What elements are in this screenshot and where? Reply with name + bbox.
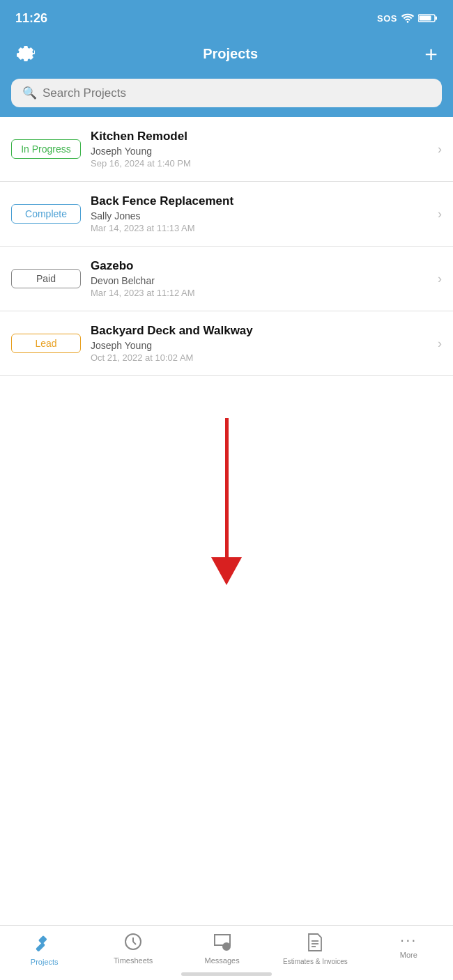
project-info: Backyard Deck and Walkway Joseph Young O… <box>91 324 428 363</box>
document-svg <box>307 933 323 952</box>
search-input[interactable] <box>43 86 431 100</box>
red-arrow <box>211 418 242 585</box>
project-item[interactable]: Lead Backyard Deck and Walkway Joseph Yo… <box>0 311 453 376</box>
tab-messages-label: Messages <box>205 956 240 965</box>
project-title: Kitchen Remodel <box>91 130 428 143</box>
page-title: Projects <box>203 46 258 62</box>
clock-icon <box>124 933 142 954</box>
tab-projects-label: Projects <box>31 958 59 966</box>
project-person: Joseph Young <box>91 340 428 351</box>
gear-icon <box>15 42 36 63</box>
wifi-icon <box>401 13 414 23</box>
project-title: Gazebo <box>91 259 428 273</box>
project-item[interactable]: Complete Back Fence Replacement Sally Jo… <box>0 182 453 247</box>
project-info: Back Fence Replacement Sally Jones Mar 1… <box>91 194 428 233</box>
message-svg: ··· <box>213 933 232 951</box>
battery-icon <box>418 13 438 23</box>
sos-icon: SOS <box>377 13 397 24</box>
tab-projects[interactable]: Projects <box>17 933 72 966</box>
project-info: Kitchen Remodel Joseph Young Sep 16, 202… <box>91 130 428 169</box>
status-badge: Complete <box>11 204 81 224</box>
chevron-right-icon: › <box>438 142 442 157</box>
clock-svg <box>124 933 142 951</box>
project-info: Gazebo Devon Belchar Mar 14, 2023 at 11:… <box>91 259 428 298</box>
tab-messages[interactable]: ··· Messages <box>194 933 250 965</box>
search-bar-wrapper: 🔍 <box>11 79 442 107</box>
project-item[interactable]: In Progress Kitchen Remodel Joseph Young… <box>0 117 453 182</box>
chevron-right-icon: › <box>438 207 442 221</box>
tab-estimates[interactable]: Estimates & Invoices <box>283 933 348 965</box>
arrow-line <box>225 418 229 557</box>
svg-line-7 <box>133 942 136 944</box>
search-container: 🔍 <box>0 79 453 117</box>
status-badge: Lead <box>11 334 81 353</box>
status-badge: Paid <box>11 269 81 288</box>
project-date: Mar 14, 2023 at 11:12 AM <box>91 288 428 298</box>
chevron-right-icon: › <box>438 336 442 351</box>
search-icon: 🔍 <box>22 86 37 100</box>
project-person: Devon Belchar <box>91 275 428 286</box>
hammer-svg <box>35 933 54 952</box>
svg-rect-1 <box>436 17 438 20</box>
tab-estimates-label: Estimates & Invoices <box>283 958 348 965</box>
add-project-button[interactable]: + <box>424 43 438 65</box>
hammer-icon <box>35 933 54 955</box>
settings-button[interactable] <box>15 42 36 66</box>
svg-rect-4 <box>36 942 45 952</box>
project-list: In Progress Kitchen Remodel Joseph Young… <box>0 117 453 376</box>
status-time: 11:26 <box>15 11 47 26</box>
document-icon <box>307 933 323 955</box>
message-icon: ··· <box>213 933 232 954</box>
arrow-head <box>211 557 242 585</box>
tab-timesheets[interactable]: Timesheets <box>105 933 161 965</box>
more-icon: ··· <box>400 933 417 948</box>
status-badge: In Progress <box>11 139 81 159</box>
project-item[interactable]: Paid Gazebo Devon Belchar Mar 14, 2023 a… <box>0 247 453 311</box>
tab-timesheets-label: Timesheets <box>114 956 153 965</box>
status-bar: 11:26 SOS <box>0 0 453 35</box>
project-date: Oct 21, 2022 at 10:02 AM <box>91 352 428 363</box>
svg-rect-2 <box>420 16 431 21</box>
svg-text:···: ··· <box>224 944 229 951</box>
tab-more-label: More <box>400 951 417 959</box>
project-title: Backyard Deck and Walkway <box>91 324 428 338</box>
project-person: Joseph Young <box>91 146 428 157</box>
project-title: Back Fence Replacement <box>91 194 428 208</box>
status-icons: SOS <box>377 13 438 24</box>
project-date: Sep 16, 2024 at 1:40 PM <box>91 158 428 169</box>
header: Projects + <box>0 35 453 79</box>
arrow-area <box>0 376 453 627</box>
home-indicator <box>181 972 272 976</box>
project-person: Sally Jones <box>91 210 428 221</box>
chevron-right-icon: › <box>438 272 442 286</box>
tab-more[interactable]: ··· More <box>381 933 436 959</box>
project-date: Mar 14, 2023 at 11:13 AM <box>91 223 428 233</box>
